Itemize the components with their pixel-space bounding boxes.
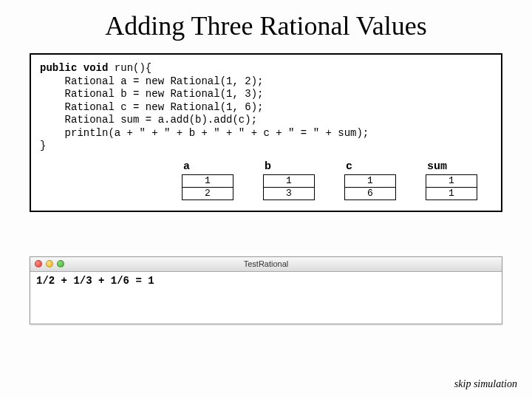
slide-title: Adding Three Rational Values [0, 10, 532, 41]
keyword: public void [40, 62, 108, 74]
code-listing: public void run(){ Rational a = new Rati… [40, 62, 492, 153]
var-den: 6 [344, 187, 396, 200]
var-den: 1 [426, 187, 477, 200]
var-label: a [183, 160, 190, 173]
code-text: Rational b = new Rational(1, 3); [40, 88, 263, 100]
var-num: 1 [344, 174, 396, 188]
close-icon[interactable] [35, 260, 42, 267]
var-b: b 1 3 [263, 160, 315, 200]
code-text: Rational a = new Rational(1, 2); [40, 75, 263, 87]
minimize-icon[interactable] [46, 260, 53, 267]
code-text: Rational c = new Rational(1, 6); [40, 101, 263, 113]
console-titlebar: TestRational [30, 257, 502, 272]
code-text: Rational sum = a.add(b).add(c); [40, 114, 257, 126]
var-den: 3 [263, 187, 315, 200]
var-sum: sum 1 1 [426, 160, 477, 200]
console-output: 1/2 + 1/3 + 1/6 = 1 [30, 272, 502, 324]
code-box: public void run(){ Rational a = new Rati… [30, 53, 502, 212]
var-num: 1 [426, 174, 477, 188]
var-label: sum [427, 160, 447, 173]
code-text: } [40, 140, 46, 151]
var-num: 1 [263, 174, 315, 188]
code-text: println(a + " + " + b + " + " + c + " = … [40, 127, 369, 139]
skip-simulation-link[interactable]: skip simulation [454, 378, 517, 390]
console-window: TestRational 1/2 + 1/3 + 1/6 = 1 [30, 256, 502, 324]
var-a: a 1 2 [182, 160, 233, 200]
var-num: 1 [182, 174, 233, 188]
console-title: TestRational [30, 259, 502, 268]
var-label: c [346, 160, 352, 173]
var-den: 2 [182, 187, 233, 200]
code-text: run(){ [108, 62, 151, 74]
maximize-icon[interactable] [57, 260, 64, 267]
variable-row: a 1 2 b 1 3 c 1 6 sum 1 1 [40, 160, 492, 200]
var-label: b [265, 160, 271, 173]
var-c: c 1 6 [344, 160, 396, 200]
